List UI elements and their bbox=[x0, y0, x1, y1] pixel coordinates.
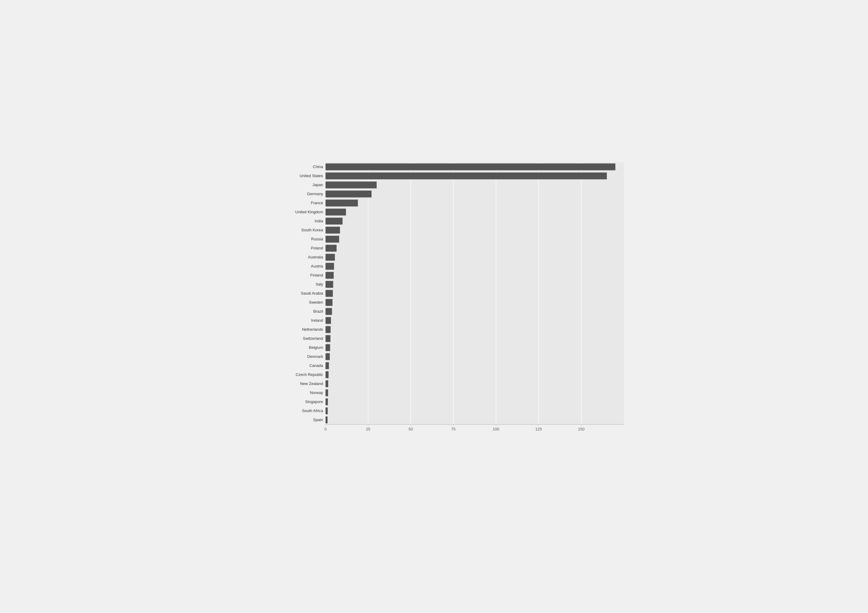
y-label: Japan bbox=[313, 183, 323, 187]
bar bbox=[326, 173, 607, 180]
x-tick-label: 25 bbox=[366, 427, 370, 431]
y-label: Denmark bbox=[307, 354, 323, 359]
y-label: Sweden bbox=[309, 300, 323, 305]
bar bbox=[326, 236, 339, 243]
x-tick-label: 50 bbox=[409, 427, 413, 431]
y-label: Brazil bbox=[313, 309, 323, 314]
y-label: France bbox=[311, 201, 323, 205]
y-label: Ireland bbox=[311, 318, 323, 323]
y-label: Russia bbox=[311, 237, 323, 241]
chart-area: ChinaUnited StatesJapanGermanyFranceUnit… bbox=[271, 159, 633, 441]
y-label: Austria bbox=[311, 264, 323, 268]
y-label: United Kingdom bbox=[295, 210, 323, 214]
bar bbox=[326, 344, 330, 351]
y-label: Saudi Arabia bbox=[301, 291, 323, 296]
bar bbox=[326, 227, 340, 234]
y-label: Belgium bbox=[309, 345, 323, 350]
y-label: Singapore bbox=[305, 399, 323, 404]
y-label: Switzerland bbox=[303, 336, 323, 341]
y-label: Italy bbox=[316, 282, 323, 286]
y-label: Germany bbox=[307, 192, 323, 196]
bar bbox=[326, 407, 328, 415]
y-label: Spain bbox=[313, 418, 323, 422]
bar bbox=[326, 308, 332, 315]
y-label: Finland bbox=[310, 273, 323, 277]
bar bbox=[326, 353, 330, 360]
bar bbox=[326, 390, 328, 396]
y-label: South Korea bbox=[301, 228, 323, 232]
bar bbox=[326, 200, 358, 207]
bar bbox=[326, 245, 336, 252]
x-tick-label: 100 bbox=[493, 427, 499, 431]
bar bbox=[326, 317, 331, 324]
bar bbox=[326, 272, 334, 279]
bar bbox=[326, 398, 328, 406]
svg-rect-0 bbox=[326, 163, 624, 424]
bar bbox=[326, 164, 615, 170]
y-label: Poland bbox=[311, 246, 323, 250]
x-tick-label: 150 bbox=[578, 427, 585, 431]
x-tick-label: 125 bbox=[535, 427, 542, 431]
bar bbox=[326, 209, 346, 216]
bar bbox=[326, 263, 334, 270]
bar bbox=[326, 381, 328, 387]
bar bbox=[326, 290, 333, 297]
y-label: South Africa bbox=[302, 409, 323, 413]
bar bbox=[326, 335, 330, 342]
y-label: Canada bbox=[309, 363, 323, 368]
y-label: India bbox=[315, 219, 323, 223]
y-label: Netherlands bbox=[302, 327, 323, 332]
bar bbox=[326, 362, 329, 369]
bar bbox=[326, 254, 335, 261]
x-tick-label: 75 bbox=[451, 427, 456, 431]
bar bbox=[326, 182, 377, 189]
bar bbox=[326, 218, 343, 225]
bar bbox=[326, 191, 372, 198]
y-label: United States bbox=[299, 173, 323, 178]
y-label: Czech Republic bbox=[296, 372, 323, 377]
y-label: Norway bbox=[310, 390, 323, 395]
y-label: Australia bbox=[308, 255, 323, 259]
bar bbox=[326, 299, 332, 306]
chart-container: ChinaUnited StatesJapanGermanyFranceUnit… bbox=[217, 153, 651, 460]
bar bbox=[326, 326, 331, 333]
bar bbox=[326, 372, 329, 378]
y-label: China bbox=[313, 164, 323, 169]
y-label: New Zealand bbox=[300, 381, 323, 386]
x-tick-label: 0 bbox=[324, 427, 326, 431]
bar bbox=[326, 281, 333, 288]
bar bbox=[326, 416, 328, 424]
